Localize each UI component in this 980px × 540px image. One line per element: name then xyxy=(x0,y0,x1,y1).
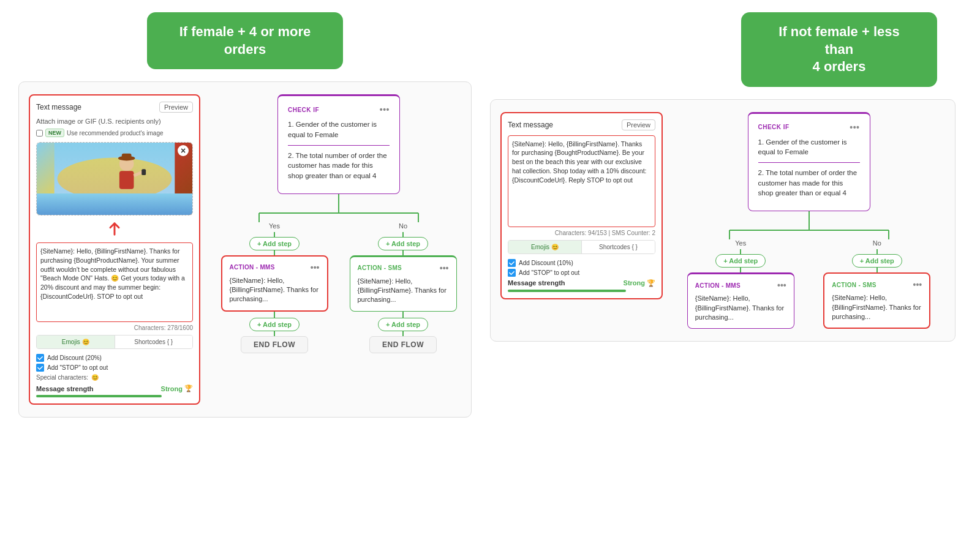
right-action-mms-dots[interactable]: ••• xyxy=(777,280,786,290)
check-stop-label: Add "STOP" to opt out xyxy=(47,364,108,371)
end-flow-yes: END FLOW xyxy=(241,336,308,353)
left-check-if-card: CHECK IF ••• 1. Gender of the customer i… xyxy=(277,94,400,193)
right-check-condition-2: 2. The total number of order the custome… xyxy=(758,168,860,198)
branch-yes: Yes + Add step ACTION - MMS ••• {SiteNam… xyxy=(210,222,339,353)
v-line-no-2 xyxy=(402,250,404,255)
special-chars-label: Special characters: xyxy=(36,374,88,381)
v-line-no-1 xyxy=(402,232,404,237)
emojis-tab[interactable]: Emojis 😊 xyxy=(37,336,115,348)
right-sms-title: Text message xyxy=(508,121,553,129)
add-step-no-button[interactable]: + Add step xyxy=(378,237,428,250)
svg-point-1 xyxy=(58,158,172,200)
left-panel: If female + 4 or more orders Text messag… xyxy=(12,12,478,418)
right-flow-wrapper: Text message Preview {SiteName}: Hello, … xyxy=(490,99,956,342)
v-line-no-3 xyxy=(402,312,404,318)
add-step-yes-bottom-button[interactable]: + Add step xyxy=(249,318,300,331)
right-check-stop: Add "STOP" to opt out xyxy=(508,269,655,277)
right-check-stop-label: Add "STOP" to opt out xyxy=(519,269,579,276)
left-flow-wrapper: Text message Preview Attach image or GIF… xyxy=(18,81,472,418)
image-upload-area[interactable]: × xyxy=(36,142,193,216)
right-action-sms-label: ACTION - SMS xyxy=(832,282,876,288)
special-chars-row: Special characters: 😊 xyxy=(36,374,193,381)
right-strength-label: Message strength xyxy=(508,279,565,287)
right-add-step-no-button[interactable]: + Add step xyxy=(852,254,902,268)
right-panel: If not female + less than 4 orders Text … xyxy=(478,12,956,418)
right-action-sms-header: ACTION - SMS ••• xyxy=(832,280,922,290)
right-strength-value: Strong 🏆 xyxy=(624,279,655,287)
attach-label: Attach image or GIF (U.S. recipients onl… xyxy=(36,118,193,125)
right-shortcodes-tab[interactable]: Shortcodes { } xyxy=(581,241,655,253)
right-strength-bar xyxy=(508,290,626,292)
check-discount-icon xyxy=(36,354,44,362)
right-check-discount: Add Discount (10%) xyxy=(508,259,655,267)
svg-rect-8 xyxy=(36,354,44,362)
message-text-area[interactable]: {SiteName}: Hello, {BillingFirstName}. T… xyxy=(36,242,193,322)
left-badge-line1: If female + 4 or more xyxy=(179,24,311,39)
right-action-sms: ACTION - SMS ••• {SiteName}: Hello, {Bil… xyxy=(823,272,930,329)
message-text: {SiteName}: Hello, {BillingFirstName}. T… xyxy=(40,247,185,299)
right-preview-button[interactable]: Preview xyxy=(622,119,655,130)
v-line-no-4 xyxy=(402,331,404,336)
action-sms-header: ACTION - SMS ••• xyxy=(358,263,449,273)
shortcodes-tab[interactable]: Shortcodes { } xyxy=(115,336,193,348)
right-strength-row: Message strength Strong 🏆 xyxy=(508,279,655,287)
v-line-yes-3 xyxy=(274,312,275,318)
two-branch: Yes + Add step ACTION - MMS ••• {SiteNam… xyxy=(210,222,467,353)
new-badge: NEW xyxy=(45,129,64,137)
arrow-up xyxy=(36,220,193,240)
left-action-sms: ACTION - SMS ••• {SiteName}: Hello, {Bil… xyxy=(350,255,457,312)
editor-tabs: Emojis 😊 Shortcodes { } xyxy=(36,335,193,349)
right-action-mms-label: ACTION - MMS xyxy=(695,282,741,289)
right-flow-panel: CHECK IF ••• 1. Gender of the customer i… xyxy=(673,112,945,329)
check-stop: Add "STOP" to opt out xyxy=(36,364,193,372)
add-step-no-bottom-button[interactable]: + Add step xyxy=(378,318,428,331)
action-sms-dots[interactable]: ••• xyxy=(440,263,449,273)
sms-title: Text message xyxy=(36,103,81,111)
recommend-checkbox[interactable] xyxy=(36,130,43,137)
right-char-count: Characters: 94/153 | SMS Counter: 2 xyxy=(508,230,655,236)
check-discount: Add Discount (20%) xyxy=(36,354,193,362)
right-v-line-yes-2 xyxy=(740,268,741,272)
left-sms-editor: Text message Preview Attach image or GIF… xyxy=(29,94,200,405)
right-badge: If not female + less than 4 orders xyxy=(741,12,937,87)
strength-row: Message strength Strong 🏆 xyxy=(36,384,193,392)
svg-rect-7 xyxy=(141,169,146,175)
right-add-step-yes-button[interactable]: + Add step xyxy=(715,254,766,268)
right-emojis-tab[interactable]: Emojis 😊 xyxy=(508,241,581,253)
svg-rect-3 xyxy=(119,171,134,189)
v-line-1 xyxy=(338,194,339,204)
right-v-line-yes-1 xyxy=(740,249,741,254)
right-message-text-area[interactable]: {SiteName}: Hello, {BillingFirstName}. T… xyxy=(508,135,655,227)
beach-image xyxy=(37,143,192,215)
v-line-yes-2 xyxy=(274,250,275,255)
check-if-label: CHECK IF ••• xyxy=(288,105,390,114)
right-check-condition-1: 1. Gender of the customer is equal to Fe… xyxy=(758,137,860,157)
right-message-text: {SiteName}: Hello, {BillingFirstName}. T… xyxy=(512,140,646,184)
strength-label: Message strength xyxy=(36,385,94,392)
add-step-yes-button[interactable]: + Add step xyxy=(249,237,300,250)
action-sms-text: {SiteName}: Hello, {BillingFirstName}. T… xyxy=(358,277,449,305)
right-branch-svg xyxy=(680,221,938,239)
action-sms-label: ACTION - SMS xyxy=(358,264,402,271)
right-v-line-no-2 xyxy=(876,268,878,272)
svg-rect-14 xyxy=(508,259,516,267)
right-action-sms-dots[interactable]: ••• xyxy=(913,280,922,290)
right-badge-line1: If not female + less than xyxy=(778,24,899,57)
strength-bar xyxy=(36,395,162,397)
svg-rect-9 xyxy=(36,364,44,372)
action-mms-dots[interactable]: ••• xyxy=(311,263,320,272)
yes-label: Yes xyxy=(269,222,280,230)
check-discount-label: Add Discount (20%) xyxy=(47,354,102,361)
right-two-branch: Yes + Add step ACTION - MMS ••• {SiteNam… xyxy=(673,239,945,329)
right-check-if-dots[interactable]: ••• xyxy=(850,122,859,132)
check-stop-icon xyxy=(36,364,44,372)
svg-rect-5 xyxy=(122,154,132,160)
right-branch-yes: Yes + Add step ACTION - MMS ••• {SiteNam… xyxy=(673,239,809,329)
right-action-sms-text: {SiteName}: Hello, {BillingFirstName}. T… xyxy=(832,293,922,321)
preview-button[interactable]: Preview xyxy=(159,102,193,113)
check-if-dots[interactable]: ••• xyxy=(380,105,390,114)
recommend-label: Use recommended product's image xyxy=(67,130,164,137)
left-action-mms: ACTION - MMS ••• {SiteName}: Hello, {Bil… xyxy=(221,255,328,312)
branch-svg xyxy=(210,204,467,222)
right-sms-editor: Text message Preview {SiteName}: Hello, … xyxy=(500,112,663,299)
